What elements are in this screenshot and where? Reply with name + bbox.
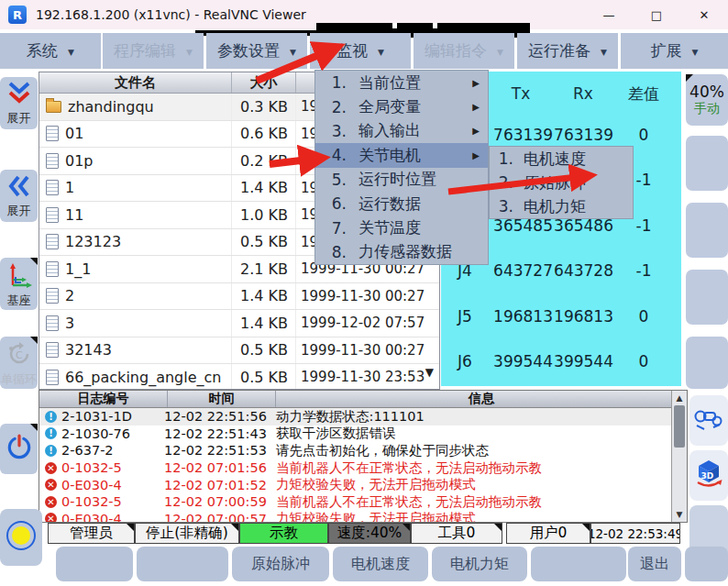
file-icon xyxy=(46,180,59,195)
base-frame-button[interactable]: 基座 xyxy=(0,258,38,310)
drag-teach-button[interactable] xyxy=(689,395,728,446)
servo-indicator-button[interactable] xyxy=(0,509,42,566)
monitor-dropdown-menu: 1.当前位置▶2.全局变量▶3.输入输出▶4.关节电机▶5.运行时位置6.运行数… xyxy=(314,70,489,265)
status-mode[interactable]: 示教 xyxy=(239,523,328,544)
status-clock[interactable]: 12-02 22:53:49 xyxy=(590,523,680,544)
speed-mode-button[interactable]: 40% 手动 xyxy=(686,74,728,126)
status-tool[interactable]: 工具0 xyxy=(411,523,502,544)
log-row[interactable]: ✕0-1032-512-02 07:00:59当前机器人不在正常状态，无法启动拖… xyxy=(39,493,671,511)
right-rail-empty-button-3[interactable] xyxy=(686,270,728,325)
log-row[interactable]: ✕0-1032-512-02 07:01:56当前机器人不在正常状态，无法启动拖… xyxy=(39,459,671,477)
log-row[interactable]: !2-1030-7612-02 22:51:43获取干涉区数据错误 xyxy=(39,426,671,443)
file-row[interactable]: 21.4 KB1999-11-30 00:27 xyxy=(39,283,439,311)
motor-torque-button[interactable]: 电机力矩 xyxy=(432,547,527,581)
status-motion-state[interactable]: 停止(非精确) xyxy=(135,523,239,544)
monitor-menu-item-5[interactable]: 5.运行时位置 xyxy=(315,168,488,192)
monitor-menu-item-2[interactable]: 2.全局变量▶ xyxy=(315,94,488,118)
file-row[interactable]: 31.4 KB1999-12-02 07:57 xyxy=(39,310,439,337)
submenu-item-2[interactable]: 2.原始脉冲 xyxy=(490,171,633,194)
status-user-frame[interactable]: 用户0 xyxy=(506,523,590,544)
bottom-empty-1[interactable] xyxy=(56,547,133,581)
exit-button[interactable]: 退出 xyxy=(628,547,681,581)
menu-item-label: 关节温度 xyxy=(358,217,421,238)
file-name-text: 2 xyxy=(65,287,74,304)
file-row[interactable]: 321430.5 KB1999-11-30 00:27 xyxy=(39,337,439,365)
minimize-button[interactable]: — xyxy=(585,0,633,29)
log-time: 12-02 22:51:43 xyxy=(164,426,272,441)
log-time: 12-02 07:01:56 xyxy=(164,460,272,475)
file-icon xyxy=(46,261,59,277)
log-panel: 日志编号 时间 信息 !2-1031-1D12-02 22:51:56动力学数据… xyxy=(39,390,688,523)
submenu-item-number: 1. xyxy=(490,149,513,168)
double-chevron-left-icon xyxy=(7,173,31,203)
status-speed[interactable]: 速度:40% xyxy=(328,523,411,544)
expand-down-button[interactable]: 展开 xyxy=(0,77,38,129)
chevron-down-icon: ▼ xyxy=(497,46,503,57)
file-size-cell: 0.6 KB xyxy=(232,121,296,148)
status-operator[interactable]: 管理员 xyxy=(48,523,135,544)
maximize-button[interactable]: □ xyxy=(633,0,680,29)
view-3d-button[interactable]: 3D xyxy=(689,450,728,501)
right-rail-empty-button-1[interactable] xyxy=(686,136,728,191)
file-icon xyxy=(46,370,59,385)
file-size-cell: 0.2 KB xyxy=(232,148,296,174)
monitor-menu-item-3[interactable]: 3.输入输出▶ xyxy=(315,119,488,143)
monitor-menu-item-4[interactable]: 4.关节电机▶ xyxy=(315,143,488,167)
log-row[interactable]: ✕0-E030-412-02 07:00:57力矩校验失败，无法开启拖动模式 xyxy=(39,511,671,522)
log-row[interactable]: !2-1031-1D12-02 22:51:56动力学数据状态:111101 xyxy=(39,408,671,426)
joint-diff-value: 0 xyxy=(613,126,674,144)
info-icon: ! xyxy=(45,411,57,423)
log-scroll-up-icon[interactable]: ▲ xyxy=(672,393,687,403)
joint-diff-value: 0 xyxy=(613,307,674,326)
log-row[interactable]: ✕0-E030-412-02 07:01:52力矩校验失败，无法开启拖动模式 xyxy=(39,476,671,493)
chevron-down-icon: ▼ xyxy=(378,46,384,57)
right-rail-empty-button-2[interactable] xyxy=(686,203,728,258)
menubar: 系统▼程序编辑▼参数设置▼监视▼编辑指令▼运行准备▼扩展▼ xyxy=(0,29,728,70)
expand-left-button[interactable]: 展开 xyxy=(0,170,38,222)
log-code: 0-E030-4 xyxy=(61,478,164,492)
window-top-tick xyxy=(392,23,397,28)
menu-item-param-settings[interactable]: 参数设置▼ xyxy=(206,33,307,69)
file-name-column-header[interactable]: 文件名 xyxy=(39,72,232,93)
submenu-item-3[interactable]: 3.电机力矩 xyxy=(490,194,633,218)
menu-item-monitor[interactable]: 监视▼ xyxy=(310,33,411,69)
submenu-item-1[interactable]: 1.电机速度 xyxy=(490,147,633,171)
log-time: 12-02 22:51:53 xyxy=(164,443,272,458)
error-icon: ✕ xyxy=(45,462,57,474)
log-code-column-header: 日志编号 xyxy=(39,391,168,407)
log-scroll-down-icon[interactable]: ▼ xyxy=(672,510,687,519)
bottom-empty-2[interactable] xyxy=(137,547,228,581)
file-scroll-down-icon[interactable]: ▼ xyxy=(425,367,434,378)
menu-item-number: 5. xyxy=(315,171,347,189)
monitor-menu-item-7[interactable]: 7.关节温度 xyxy=(315,216,488,239)
vnc-viewer-window: R 192.168.1.200 (x11vnc) - RealVNC Viewe… xyxy=(0,0,728,586)
power-button[interactable] xyxy=(0,424,38,474)
menu-item-run-prepare[interactable]: 运行准备▼ xyxy=(517,33,618,69)
file-row[interactable]: 66_packing_angle_cn0.5 KB1999-11-30 23:5… xyxy=(39,364,439,390)
monitor-menu-item-6[interactable]: 6.运行数据 xyxy=(315,192,488,216)
file-icon xyxy=(46,207,59,223)
file-name-text: 32143 xyxy=(65,341,112,359)
menu-item-extend[interactable]: 扩展▼ xyxy=(621,33,728,69)
file-date-cell: 1999-11-30 00:27 xyxy=(296,337,439,364)
right-rail-empty-button-4[interactable] xyxy=(686,337,728,389)
joint-row: J51968131968130 xyxy=(441,293,681,339)
bottom-empty-4[interactable] xyxy=(685,547,728,581)
close-button[interactable]: ✕ xyxy=(680,0,728,29)
file-name-cell: 1 xyxy=(39,175,232,202)
log-row[interactable]: !2-637-212-02 22:51:53请先点击初始化，确保处于同步状态 xyxy=(39,442,671,459)
file-date-cell: 1999-11-30 00:27 xyxy=(296,283,439,310)
menu-item-system[interactable]: 系统▼ xyxy=(0,33,101,69)
monitor-menu-item-1[interactable]: 1.当前位置▶ xyxy=(315,71,488,94)
monitor-menu-item-8[interactable]: 8.力传感器数据 xyxy=(315,240,488,264)
manual-mode-label: 手动 xyxy=(694,101,720,117)
file-size-column-header[interactable]: 大小 xyxy=(232,72,296,93)
bottom-empty-3[interactable] xyxy=(531,547,626,581)
log-scrollbar[interactable]: ▲ ▼ xyxy=(671,391,687,522)
raw-pulse-button[interactable]: 原始脉冲 xyxy=(232,547,329,581)
file-date-cell: 1999-12-02 07:57 xyxy=(296,310,439,337)
error-icon: ✕ xyxy=(45,513,57,522)
motor-speed-button[interactable]: 电机速度 xyxy=(333,547,428,581)
log-scroll-thumb[interactable] xyxy=(674,405,685,448)
info-icon: ! xyxy=(45,427,57,439)
